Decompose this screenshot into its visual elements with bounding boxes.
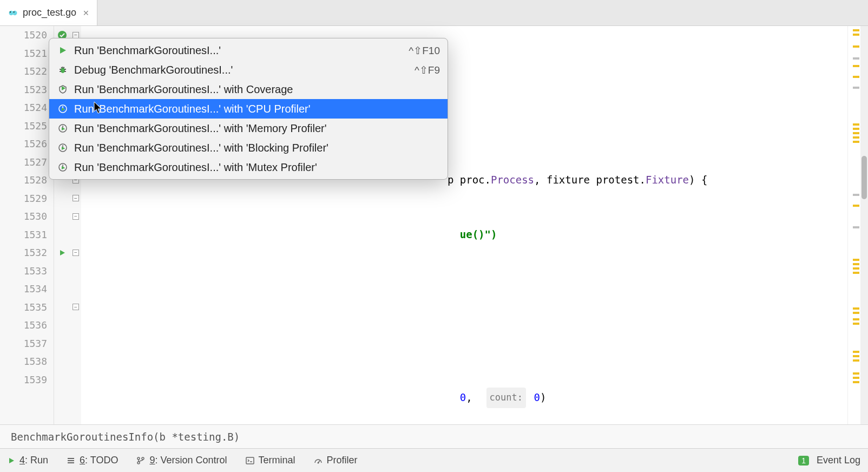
profiler-tool-button[interactable]: Profiler	[314, 455, 358, 466]
fold-handle-icon[interactable]: −	[70, 298, 81, 317]
line-number: 1522	[0, 62, 54, 81]
list-icon	[67, 456, 75, 465]
run-test-icon[interactable]	[54, 244, 70, 262]
context-menu: Run 'BenchmarkGoroutinesI...'^⇧F10Debug …	[49, 38, 448, 180]
event-count-badge: 1	[798, 456, 809, 466]
go-file-icon	[8, 8, 18, 18]
svg-rect-11	[246, 457, 254, 464]
line-number: 1539	[0, 371, 54, 389]
debug-icon	[57, 64, 69, 76]
menu-item-label: Run 'BenchmarkGoroutinesI...' with Cover…	[74, 83, 435, 96]
svg-rect-5	[68, 458, 74, 459]
line-number: 1526	[0, 135, 54, 153]
fold-handle-icon[interactable]: −	[70, 244, 81, 262]
event-log-button[interactable]: 1 Event Log	[798, 455, 860, 466]
menu-item-profile-5[interactable]: Run 'BenchmarkGoroutinesI...' with 'Bloc…	[49, 138, 448, 158]
menu-shortcut: ^⇧F10	[409, 44, 440, 57]
svg-point-1	[12, 10, 17, 15]
line-number: 1536	[0, 316, 54, 335]
terminal-icon	[246, 456, 254, 465]
menu-item-label: Run 'BenchmarkGoroutinesI...'	[74, 44, 403, 57]
close-icon[interactable]: ✕	[83, 9, 89, 17]
line-number: 1532	[0, 244, 54, 262]
svg-point-2	[10, 11, 11, 12]
svg-point-10	[142, 457, 144, 460]
profile-icon	[57, 122, 69, 134]
line-number: 1523	[0, 81, 54, 99]
todo-tool-button[interactable]: 6: TODO	[67, 455, 118, 466]
scrollbar[interactable]	[860, 26, 868, 424]
line-number: 1528	[0, 171, 54, 189]
fold-handle-icon[interactable]: −	[70, 189, 81, 208]
svg-point-13	[61, 68, 65, 73]
line-number: 1520	[0, 26, 54, 44]
menu-item-coverage-2[interactable]: Run 'BenchmarkGoroutinesI...' with Cover…	[49, 80, 448, 99]
menu-item-label: Run 'BenchmarkGoroutinesI...' with 'Memo…	[74, 122, 435, 135]
play-icon	[8, 457, 15, 464]
menu-item-label: Run 'BenchmarkGoroutinesI...' with 'Bloc…	[74, 142, 435, 154]
menu-item-profile-4[interactable]: Run 'BenchmarkGoroutinesI...' with 'Memo…	[49, 119, 448, 138]
menu-item-label: Run 'BenchmarkGoroutinesI...' with 'Mute…	[74, 161, 435, 174]
line-number: 1537	[0, 335, 54, 353]
menu-item-label: Run 'BenchmarkGoroutinesI...' with 'CPU …	[74, 103, 435, 115]
error-stripe[interactable]	[847, 26, 860, 424]
code-line: xxxxxxxxxxxxxxxxxxxxxxxxxxxxxxxxxxxxxxxx…	[81, 389, 847, 407]
line-number: 1534	[0, 280, 54, 298]
line-number: 1525	[0, 117, 54, 135]
tool-window-bar: 4: Run 6: TODO 9: Version Control Termin…	[0, 448, 868, 472]
scrollbar-thumb[interactable]	[862, 156, 867, 199]
line-number: 1535	[0, 298, 54, 317]
tab-filename: proc_test.go	[23, 7, 76, 18]
menu-item-run-0[interactable]: Run 'BenchmarkGoroutinesI...'^⇧F10	[49, 41, 448, 60]
line-number: 1531	[0, 226, 54, 244]
menu-item-profile-6[interactable]: Run 'BenchmarkGoroutinesI...' with 'Mute…	[49, 158, 448, 177]
menu-item-label: Debug 'BenchmarkGoroutinesI...'	[74, 64, 409, 76]
svg-rect-6	[68, 460, 74, 461]
menu-shortcut: ^⇧F9	[415, 64, 440, 76]
file-tab[interactable]: proc_test.go ✕	[0, 0, 97, 25]
gauge-icon	[314, 456, 323, 465]
tab-bar: proc_test.go ✕	[0, 0, 868, 26]
svg-point-12	[317, 462, 319, 463]
vcs-tool-button[interactable]: 9: Version Control	[136, 455, 227, 466]
svg-point-9	[137, 462, 140, 464]
line-number: 1538	[0, 352, 54, 371]
line-number: 1527	[0, 153, 54, 172]
line-number: 1530	[0, 207, 54, 226]
menu-item-debug-1[interactable]: Debug 'BenchmarkGoroutinesI...'^⇧F9	[49, 60, 448, 80]
svg-point-8	[137, 457, 140, 460]
branch-icon	[136, 456, 145, 465]
line-number: 1533	[0, 262, 54, 280]
line-number: 1521	[0, 44, 54, 63]
profile-icon	[57, 103, 69, 115]
line-number: 1524	[0, 99, 54, 117]
line-number: 1529	[0, 189, 54, 208]
svg-point-3	[14, 11, 15, 12]
profile-icon	[57, 142, 69, 154]
run-icon	[57, 44, 69, 56]
run-tool-button[interactable]: 4: Run	[8, 455, 48, 466]
svg-rect-7	[68, 462, 74, 463]
fold-handle-icon[interactable]: −	[70, 207, 81, 226]
code-line: xxxxxxxxxxxxxxxxxxxxxxxxxxxxxxxxxxxxxxxx…	[81, 226, 847, 244]
breadcrumb-label: BenchmarkGoroutinesInfo(b *testing.B)	[11, 431, 240, 443]
menu-item-profile-3[interactable]: Run 'BenchmarkGoroutinesI...' with 'CPU …	[49, 99, 448, 119]
profile-icon	[57, 161, 69, 173]
terminal-tool-button[interactable]: Terminal	[246, 455, 295, 466]
coverage-icon	[57, 83, 69, 95]
breadcrumb[interactable]: BenchmarkGoroutinesInfo(b *testing.B)	[0, 424, 868, 448]
line-number-gutter: 1520 1521 1522 1523 1524 1525 1526 1527 …	[0, 26, 54, 424]
